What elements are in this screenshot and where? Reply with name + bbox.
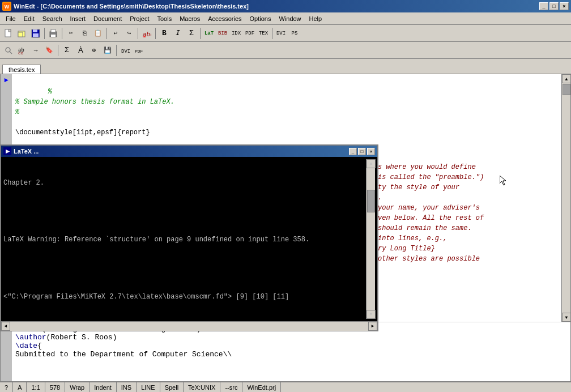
status-help[interactable]: ? [2, 382, 13, 392]
svg-rect-11 [51, 35, 56, 37]
sum-button[interactable]: Σ [61, 44, 73, 57]
status-app: WinEdt.prj [242, 382, 281, 392]
latex-window: ▶ LaTeX ... _ □ × Chapter 2. LaTeX Warni… [0, 144, 378, 331]
latex-hscroll-left[interactable]: ◄ [1, 322, 10, 331]
print-button[interactable] [47, 27, 59, 40]
latex-controls: _ □ × [349, 148, 375, 155]
toolbar-separator-7 [272, 28, 272, 39]
tab-bar: thesis.tex [0, 59, 571, 74]
scroll-down-button[interactable]: ▼ [562, 313, 570, 322]
makeindex-button[interactable]: IDX [230, 27, 242, 40]
menu-file[interactable]: File [2, 14, 19, 23]
close-button[interactable]: × [560, 2, 569, 10]
latex-scroll-up[interactable]: ▲ [367, 159, 376, 168]
toolbar-separator-1 [44, 28, 45, 39]
status-indent[interactable]: Indent [90, 382, 117, 392]
cdots-button[interactable]: Ȧ [74, 44, 87, 57]
status-lines: 578 [45, 382, 65, 392]
paste-button[interactable]: 📋 [92, 27, 104, 40]
menu-macros[interactable]: Macros [176, 14, 203, 23]
submitted-text: Submitted to the Department of Computer … [15, 350, 232, 359]
new-button[interactable] [2, 27, 15, 40]
status-src: --src [220, 382, 242, 392]
editor-comment-1: % [48, 88, 52, 96]
latex-compile-button[interactable]: LaT [203, 27, 215, 40]
find-button[interactable] [2, 44, 15, 57]
svg-text:W: W [5, 4, 10, 10]
current-line-arrow: ► [4, 76, 8, 84]
status-ins: INS [117, 382, 137, 392]
menu-project[interactable]: Project [126, 14, 152, 23]
latex-hscroll-track [10, 322, 368, 331]
svg-text:DVI: DVI [121, 49, 130, 54]
goto-button[interactable]: → [29, 44, 42, 57]
latex-scroll-down[interactable]: ▼ [367, 310, 376, 319]
latex-blank-1 [3, 207, 366, 216]
open-button[interactable] [16, 27, 28, 40]
tab-thesis-tex[interactable]: thesis.tex [2, 65, 41, 74]
minimize-button[interactable]: _ [539, 2, 548, 10]
svg-line-14 [10, 52, 12, 54]
menu-insert[interactable]: Insert [67, 14, 90, 23]
italic-button[interactable]: I [172, 27, 184, 40]
menu-accessories[interactable]: Accessories [204, 14, 245, 23]
latex-scroll-thumb[interactable] [367, 190, 375, 212]
texify-button[interactable]: TEX [257, 27, 270, 40]
cmd-date: \date [15, 342, 37, 350]
title-bar: W WinEdt - [C:\Documents and Settings\sm… [0, 0, 571, 12]
toolbar-1: ✂ ⎘ 📋 ↩ ↪ abc B I Σ LaT BIB IDX PDF TEX … [0, 25, 571, 42]
latex-minimize-button[interactable]: _ [349, 148, 357, 155]
latex-icon: ▶ [3, 147, 11, 155]
view-dvi-button[interactable]: DVI [119, 44, 131, 57]
svg-rect-3 [8, 29, 11, 32]
scroll-thumb[interactable] [563, 84, 570, 95]
scroll-up-button[interactable]: ▲ [562, 74, 570, 83]
save-button[interactable] [29, 27, 42, 40]
latex-window-title: LaTeX ... [14, 148, 39, 155]
menu-tools[interactable]: Tools [154, 14, 175, 23]
bold-button[interactable]: B [158, 27, 171, 40]
cmd-author: \author [15, 333, 46, 342]
latex-hscroll-right[interactable]: ► [368, 322, 377, 331]
latex-blank-2 [3, 264, 366, 274]
menu-document[interactable]: Document [90, 14, 125, 23]
vertical-scrollbar: ▲ ▼ [561, 74, 570, 322]
status-line: LINE [137, 382, 160, 392]
menu-help[interactable]: Help [306, 14, 326, 23]
undo-button[interactable]: ↩ [109, 27, 122, 40]
menu-window[interactable]: Window [275, 14, 304, 23]
menu-edit[interactable]: Edit [20, 14, 38, 23]
editor-documentstyle: \documentstyle[11pt,epsf]{report} [15, 129, 150, 137]
ps-button[interactable]: PS [288, 27, 301, 40]
symbol-button[interactable]: Σ [185, 27, 198, 40]
latex-restore-button[interactable]: □ [358, 148, 366, 155]
copy-button[interactable]: ⎘ [78, 27, 91, 40]
status-tex-mode: TeX:UNIX [184, 382, 220, 392]
save2-button[interactable]: 💾 [101, 44, 114, 57]
cut-button[interactable]: ✂ [65, 27, 77, 40]
spell-button[interactable]: abc [140, 27, 153, 40]
status-position: 1:1 [27, 382, 45, 392]
pdflatex-button[interactable]: PDF [244, 27, 256, 40]
status-wrap[interactable]: Wrap [65, 382, 90, 392]
redo-button[interactable]: ↪ [123, 27, 135, 40]
replace-button[interactable]: abcd [16, 44, 28, 57]
svg-rect-8 [33, 33, 39, 37]
latex-line-fd: <"C:\Program Files\MiKTeX 2.7\tex\latex\… [3, 292, 366, 302]
editor-comment-2: % Sample honors thesis format in LaTeX. [15, 98, 174, 106]
dvi-button[interactable]: DVI [275, 27, 287, 40]
maximize-button[interactable]: □ [549, 2, 559, 10]
toolbar-separator-5 [155, 28, 156, 39]
menu-options[interactable]: Options [246, 14, 275, 23]
status-spell[interactable]: Spell [160, 382, 184, 392]
latex-scroll-track [367, 168, 375, 310]
toolbar-separator-2 [62, 28, 62, 39]
bibtex-button[interactable]: BIB [216, 27, 229, 40]
bookmark-button[interactable]: 🔖 [43, 44, 56, 57]
menu-search[interactable]: Search [39, 14, 66, 23]
main-window: W WinEdt - [C:\Documents and Settings\sm… [0, 0, 571, 392]
filter-button[interactable]: ⊕ [88, 44, 100, 57]
editor-comment-3: % [15, 108, 19, 116]
view-pdf-button[interactable]: PDF [133, 44, 145, 57]
latex-close-button[interactable]: × [367, 148, 375, 155]
